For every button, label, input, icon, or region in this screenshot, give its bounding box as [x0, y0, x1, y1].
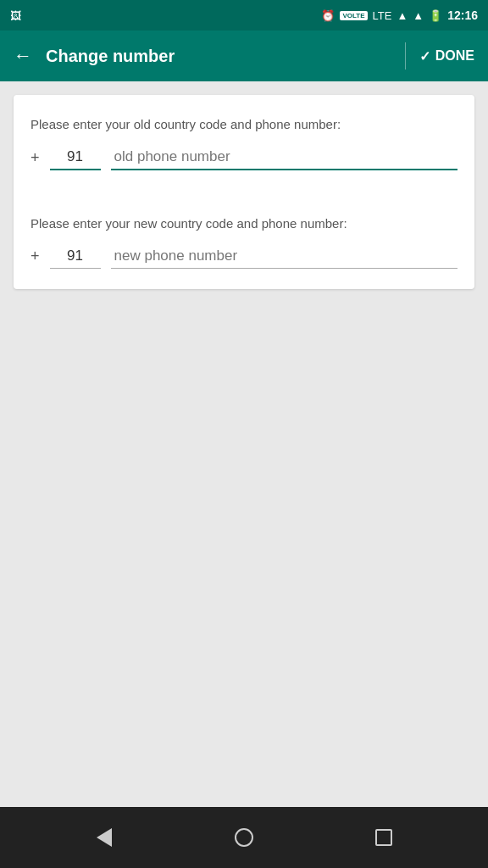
volte-badge: VOLTE: [340, 11, 367, 20]
check-icon: ✓: [419, 48, 430, 64]
home-circle-icon: [235, 828, 253, 847]
gallery-icon: 🖼: [10, 9, 21, 22]
section-separator: [30, 194, 458, 214]
old-number-label: Please enter your old country code and p…: [30, 115, 458, 133]
lte-icon: LTE: [373, 9, 392, 22]
new-plus-sign: +: [30, 248, 40, 269]
toolbar-divider: [405, 42, 406, 70]
content-area: Please enter your old country code and p…: [0, 81, 488, 807]
signal-icon-2: ▲: [413, 9, 424, 22]
nav-bar: [0, 807, 488, 868]
new-phone-number-input[interactable]: [111, 246, 458, 269]
recents-square-icon: [375, 829, 392, 846]
signal-icon-1: ▲: [396, 9, 408, 22]
old-phone-number-input[interactable]: [111, 147, 458, 170]
page-title: Change number: [46, 47, 391, 66]
nav-home-button[interactable]: [224, 817, 264, 858]
done-label: DONE: [435, 48, 474, 64]
old-country-code-input[interactable]: [50, 147, 101, 170]
nav-back-button[interactable]: [84, 817, 125, 858]
alarm-icon: ⏰: [321, 9, 335, 22]
new-country-code-input[interactable]: [50, 246, 101, 269]
battery-icon: 🔋: [429, 9, 442, 22]
status-bar: 🖼 ⏰ VOLTE LTE ▲ ▲ 🔋 12:16: [0, 0, 488, 31]
new-number-label: Please enter your new country code and p…: [30, 214, 458, 232]
phone-form-card: Please enter your old country code and p…: [14, 95, 474, 289]
back-triangle-icon: [97, 828, 112, 847]
toolbar: ← Change number ✓ DONE: [0, 31, 488, 81]
done-button[interactable]: ✓ DONE: [419, 48, 474, 64]
back-button[interactable]: ←: [14, 45, 32, 67]
old-plus-sign: +: [30, 149, 40, 170]
status-time: 12:16: [447, 8, 478, 22]
old-phone-row: +: [30, 147, 458, 170]
nav-recents-button[interactable]: [363, 817, 404, 858]
new-phone-row: +: [30, 246, 458, 269]
